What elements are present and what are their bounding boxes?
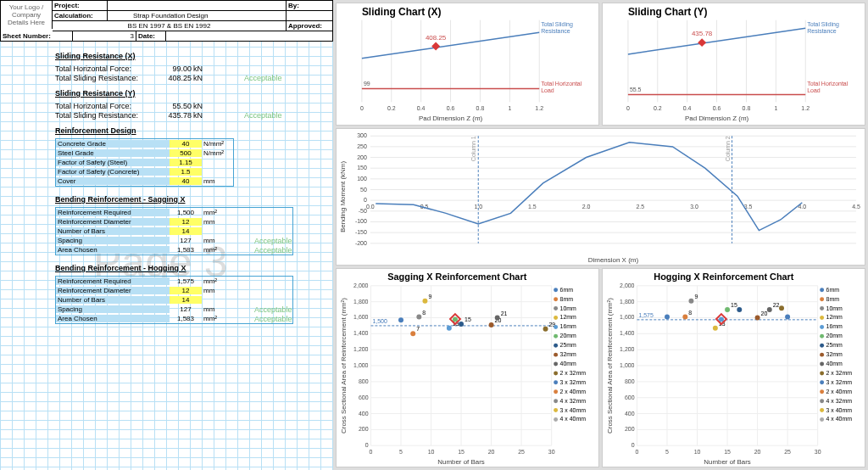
sheet-number: 3 xyxy=(73,31,136,41)
svg-text:4.5: 4.5 xyxy=(852,204,860,210)
svg-text:16mm: 16mm xyxy=(560,323,576,329)
status-badge: Acceptable xyxy=(254,315,292,323)
svg-text:32mm: 32mm xyxy=(826,351,843,357)
svg-point-224 xyxy=(755,316,760,321)
row-value[interactable]: 12 xyxy=(170,218,202,226)
row-value[interactable]: 500 xyxy=(170,149,202,157)
table-row: Spacing127mmAcceptable xyxy=(56,305,292,314)
svg-text:2 x 40mm: 2 x 40mm xyxy=(826,389,853,394)
svg-point-223 xyxy=(737,307,742,312)
svg-point-214 xyxy=(682,315,687,320)
row-label: Factor of Safety (Steel) xyxy=(56,159,170,166)
svg-text:1,600: 1,600 xyxy=(620,314,635,320)
svg-text:Load: Load xyxy=(541,87,554,93)
svg-text:9: 9 xyxy=(694,294,698,299)
svg-text:20mm: 20mm xyxy=(826,333,843,339)
row-value: 127 xyxy=(170,237,202,244)
section-bending-sagging-x: Bending Reinforcement - Sagging X xyxy=(55,195,333,204)
row-label: Reinforcement Required xyxy=(56,277,170,285)
svg-point-251 xyxy=(820,380,824,384)
row-label: Steel Grade xyxy=(56,149,170,157)
table-row: Reinforcement Diameter12mm xyxy=(56,217,292,227)
svg-text:1: 1 xyxy=(508,105,511,111)
svg-text:Column 2: Column 2 xyxy=(725,136,731,161)
row-value[interactable]: 14 xyxy=(170,227,202,235)
row-label: Reinforcement Required xyxy=(56,209,170,216)
svg-point-128 xyxy=(422,299,427,304)
svg-text:0.2: 0.2 xyxy=(654,105,662,111)
svg-text:800: 800 xyxy=(625,378,635,384)
svg-point-221 xyxy=(725,307,730,312)
svg-text:Resistance: Resistance xyxy=(807,28,837,34)
svg-text:200: 200 xyxy=(359,426,369,432)
svg-text:10: 10 xyxy=(694,449,701,455)
section-sliding-x: Sliding Resistance (X) xyxy=(55,52,333,60)
svg-text:Total Horizontal: Total Horizontal xyxy=(541,81,581,87)
svg-text:100: 100 xyxy=(357,176,367,182)
svg-text:2.0: 2.0 xyxy=(582,204,591,210)
svg-marker-40 xyxy=(698,38,706,47)
svg-text:1,575: 1,575 xyxy=(638,312,654,318)
svg-text:0.8: 0.8 xyxy=(743,105,751,111)
logo-placeholder: Your Logo / Company Details Here xyxy=(1,1,53,29)
row-value: 1,575 xyxy=(170,277,202,285)
table-row: Reinforcement Required1,575mm² xyxy=(56,277,292,286)
row-value[interactable]: 1.5 xyxy=(170,168,202,176)
svg-text:4 x 32mm: 4 x 32mm xyxy=(560,398,587,404)
svg-text:25: 25 xyxy=(784,449,791,455)
row-value: 1,500 xyxy=(170,209,202,216)
hogging-x-table: Reinforcement Required1,575mm²Reinforcem… xyxy=(55,276,293,324)
date-field[interactable] xyxy=(166,31,332,41)
svg-point-245 xyxy=(820,353,824,357)
svg-point-249 xyxy=(820,371,824,375)
svg-text:0.2: 0.2 xyxy=(387,105,396,111)
svg-text:15: 15 xyxy=(731,302,737,308)
svg-text:600: 600 xyxy=(625,394,635,400)
project-field[interactable] xyxy=(108,1,287,10)
svg-text:2,000: 2,000 xyxy=(620,283,635,288)
svg-text:0.8: 0.8 xyxy=(476,105,485,111)
row-value[interactable]: 14 xyxy=(170,296,202,304)
svg-text:300: 300 xyxy=(357,132,367,138)
table-row: Number of Bars14 xyxy=(56,227,292,236)
thf-y-value: 55.50 xyxy=(159,102,193,110)
svg-text:20: 20 xyxy=(488,449,495,455)
row-label: Number of Bars xyxy=(56,296,170,304)
approved-label: Approved: xyxy=(287,21,332,31)
svg-point-170 xyxy=(554,417,558,422)
svg-text:22: 22 xyxy=(773,302,780,308)
svg-text:0: 0 xyxy=(632,442,635,448)
row-label: Reinforcement Diameter xyxy=(56,218,170,226)
svg-text:40mm: 40mm xyxy=(560,361,576,366)
svg-text:10mm: 10mm xyxy=(560,305,576,311)
row-label: Spacing xyxy=(56,305,170,313)
by-field[interactable] xyxy=(287,11,332,20)
row-value[interactable]: 1.15 xyxy=(170,159,202,166)
svg-point-148 xyxy=(554,316,558,320)
svg-point-146 xyxy=(554,306,558,311)
svg-point-135 xyxy=(489,322,494,327)
svg-text:0: 0 xyxy=(365,442,369,448)
svg-text:200: 200 xyxy=(357,154,367,160)
table-row: Steel Grade500N/mm² xyxy=(56,148,233,158)
row-value[interactable]: 40 xyxy=(170,177,202,185)
svg-text:Cross Sectional Area of Reinfo: Cross Sectional Area of Reinforcement (m… xyxy=(606,298,614,434)
svg-text:435.78: 435.78 xyxy=(692,30,713,37)
svg-point-247 xyxy=(820,362,824,366)
svg-text:Column 1: Column 1 xyxy=(470,136,476,161)
table-row: Spacing127mmAcceptable xyxy=(56,236,292,245)
row-value[interactable]: 12 xyxy=(170,287,202,294)
svg-text:1,800: 1,800 xyxy=(620,299,635,305)
svg-point-255 xyxy=(820,399,824,403)
row-value[interactable]: 40 xyxy=(170,140,202,148)
svg-point-253 xyxy=(820,389,824,394)
svg-text:2 x 40mm: 2 x 40mm xyxy=(560,389,587,394)
svg-point-164 xyxy=(554,389,558,394)
svg-text:21: 21 xyxy=(501,311,508,316)
svg-text:6mm: 6mm xyxy=(560,287,574,293)
svg-point-218 xyxy=(713,326,718,331)
svg-point-123 xyxy=(398,317,403,322)
svg-text:1.2: 1.2 xyxy=(801,105,810,111)
status-badge: Acceptable xyxy=(254,237,292,245)
svg-point-239 xyxy=(820,325,824,329)
